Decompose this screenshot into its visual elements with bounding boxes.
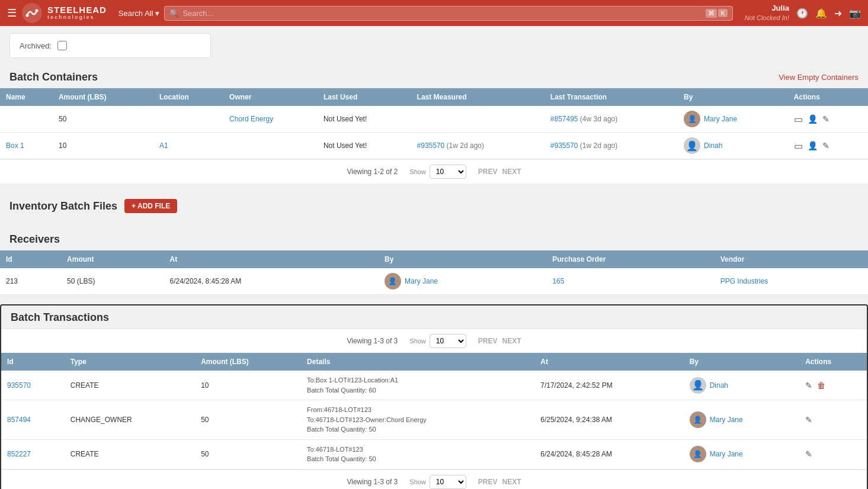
cell-vendor: PPG Industries [715, 268, 868, 295]
user-link[interactable]: Mary Jane [710, 416, 743, 424]
batch-transactions-prev-next-bottom: PREV NEXT [478, 478, 521, 486]
batch-containers-pagination: Viewing 1-2 of 2 Show 10 25 50 PREV NEXT [0, 159, 868, 184]
edit-icon[interactable]: ✎ [805, 449, 812, 459]
batch-containers-table-wrapper: Name Amount (LBS) Location Owner Last Us… [0, 88, 868, 159]
search-box[interactable]: 🔍 ⌘ K [164, 6, 732, 21]
cell-details: From:46718-LOT#123To:46718-LOT#123-Owner… [301, 400, 534, 440]
batch-containers-next[interactable]: NEXT [502, 168, 521, 176]
action-icons: ✎🗑 [805, 381, 861, 390]
table-row: 852227CREATE50To:46718-LOT#123Batch Tota… [1, 439, 867, 469]
avatar: 👤 [684, 137, 700, 154]
last-measured-link[interactable]: #935570 [417, 141, 445, 150]
header: ☰ STEELHEAD technologies Search All ▾ 🔍 … [0, 0, 868, 26]
user-link[interactable]: Dinah [710, 381, 728, 390]
edit-icon[interactable]: ✎ [822, 114, 829, 124]
purchase-order-link[interactable]: 165 [552, 277, 564, 285]
view-empty-containers-link[interactable]: View Empty Containers [779, 73, 859, 82]
col-location: Location [153, 88, 223, 106]
cell-by: 👤Mary Jane [379, 268, 546, 295]
logo-icon [21, 2, 43, 24]
cell-id: 852227 [1, 439, 65, 469]
user-cell: 👤Mary Jane [385, 273, 540, 289]
logout-icon[interactable]: ➜ [834, 8, 842, 19]
archived-checkbox[interactable] [57, 41, 67, 50]
batch-containers-show-select: Show 10 25 50 [409, 165, 466, 179]
batch-transactions-next-bottom[interactable]: NEXT [502, 478, 521, 486]
delete-icon[interactable]: 🗑 [817, 381, 825, 390]
cell-actions: ▭ 👤 ✎ [788, 106, 868, 133]
search-input[interactable] [182, 9, 702, 18]
edit-icon[interactable]: ✎ [822, 141, 829, 150]
cell-by: 👤Mary Jane [678, 106, 788, 133]
batch-transactions-show-dropdown-bottom[interactable]: 10 25 50 [430, 475, 466, 489]
table-row: 21350 (LBS)6/24/2024, 8:45:28 AM👤Mary Ja… [0, 268, 868, 295]
inventory-batch-files-header: Inventory Batch Files + ADD FILE [0, 193, 868, 218]
last-transaction-link[interactable]: #857495 [550, 115, 578, 123]
cell-type: CREATE [65, 439, 195, 469]
cell-by: 👤Mary Jane [684, 439, 800, 469]
col-purchase-order: Purchase Order [546, 250, 714, 268]
cell-owner [223, 133, 318, 159]
col-id: Id [0, 250, 61, 268]
edit-icon[interactable]: ✎ [805, 381, 812, 390]
last-transaction-link[interactable]: #935570 [550, 141, 578, 150]
batch-transactions-table: Id Type Amount (LBS) Details At By Actio… [1, 353, 867, 469]
col-at: At [534, 353, 683, 371]
logo-text: STEELHEAD technologies [47, 5, 107, 21]
search-all-dropdown[interactable]: Search All ▾ [118, 9, 160, 18]
table-row: 935570CREATE10To:Box 1-LOT#123-Location:… [1, 371, 867, 400]
assign-icon[interactable]: 👤 [808, 114, 818, 124]
bell-icon[interactable]: 🔔 [815, 8, 827, 19]
archived-label: Archived: [20, 41, 52, 50]
cell-purchase-order: 165 [546, 268, 714, 295]
batch-transactions-header-row: Id Type Amount (LBS) Details At By Actio… [1, 353, 867, 371]
qr-icon[interactable]: ▭ [794, 114, 803, 125]
archived-section: Archived: [9, 33, 211, 58]
batch-transactions-show-select-bottom: Show 10 25 50 [409, 475, 466, 489]
table-row: Box 110A1Not Used Yet!#935570 (1w 2d ago… [0, 133, 868, 159]
clock-icon[interactable]: 🕐 [796, 8, 808, 19]
menu-icon[interactable]: ☰ [7, 7, 17, 20]
col-last-used: Last Used [318, 88, 411, 106]
detail-line1: To:46718-LOT#123 [307, 446, 363, 453]
location-link[interactable]: A1 [159, 141, 168, 150]
user-link[interactable]: Dinah [704, 141, 722, 150]
table-row: 50Chord EnergyNot Used Yet!#857495 (4w 3… [0, 106, 868, 133]
batch-containers-prev[interactable]: PREV [478, 168, 498, 176]
svg-point-2 [36, 9, 39, 12]
transaction-id-link[interactable]: 857494 [7, 416, 31, 424]
add-file-button[interactable]: + ADD FILE [124, 199, 177, 213]
batch-containers-show-dropdown[interactable]: 10 25 50 [430, 165, 466, 179]
user-link[interactable]: Mary Jane [405, 277, 438, 285]
cell-last-measured [411, 106, 544, 133]
transaction-id-link[interactable]: 852227 [7, 450, 31, 458]
batch-container-name-link[interactable]: Box 1 [6, 141, 24, 150]
batch-transactions-show-dropdown-top[interactable]: 10 25 50 [430, 334, 466, 348]
batch-transactions-prev-top[interactable]: PREV [478, 337, 498, 345]
detail-line1: To:Box 1-LOT#123-Location:A1 [307, 377, 398, 384]
user-link[interactable]: Mary Jane [710, 450, 743, 458]
col-amount-lbs: Amount (LBS) [53, 88, 153, 106]
search-keyboard-shortcut: ⌘ K [706, 9, 727, 18]
avatar: 👤 [690, 411, 706, 428]
batch-transactions-prev-bottom[interactable]: PREV [478, 478, 498, 486]
col-vendor: Vendor [715, 250, 868, 268]
camera-icon[interactable]: 📷 [849, 8, 861, 19]
user-link[interactable]: Mary Jane [704, 115, 737, 123]
batch-transactions-next-top[interactable]: NEXT [502, 337, 521, 345]
cell-last-transaction: #935570 (1w 2d ago) [544, 133, 678, 159]
action-icons: ✎ [805, 415, 861, 424]
cell-id: 857494 [1, 400, 65, 440]
cell-amount: 50 [195, 439, 301, 469]
edit-icon[interactable]: ✎ [805, 415, 812, 424]
user-info: Julia Not Clocked In! [745, 4, 789, 22]
batch-transactions-show-select-top: Show 10 25 50 [409, 334, 466, 348]
detail-line2: To:46718-LOT#123-Owner:Chord Energy [307, 416, 427, 423]
col-last-transaction: Last Transaction [544, 88, 678, 106]
owner-link[interactable]: Chord Energy [229, 115, 273, 123]
inventory-batch-files-title: Inventory Batch Files [9, 200, 117, 213]
vendor-link[interactable]: PPG Industries [720, 277, 768, 285]
transaction-id-link[interactable]: 935570 [7, 381, 31, 390]
qr-icon[interactable]: ▭ [794, 140, 803, 152]
assign-icon[interactable]: 👤 [808, 141, 818, 150]
